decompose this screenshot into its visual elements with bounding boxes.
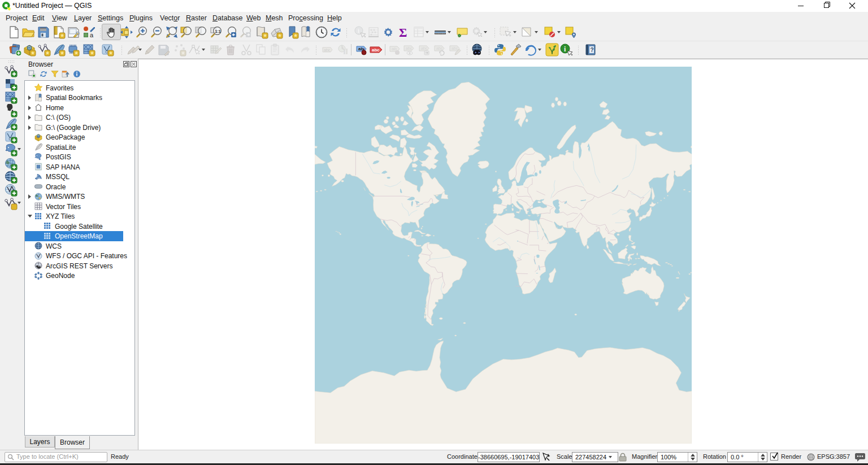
svg-text:abc: abc [452, 46, 458, 50]
svg-text:Σ: Σ [399, 25, 407, 39]
svg-text:abc: abc [421, 46, 428, 50]
svg-text:i: i [358, 27, 359, 34]
svg-text:abc: abc [436, 46, 443, 50]
svg-text:abc: abc [324, 48, 331, 52]
svg-text:abc: abc [372, 47, 380, 53]
svg-text:a: a [90, 32, 94, 38]
svg-text:?: ? [591, 47, 594, 53]
svg-text:1:1: 1:1 [215, 29, 220, 33]
svg-text:abc: abc [406, 46, 413, 50]
